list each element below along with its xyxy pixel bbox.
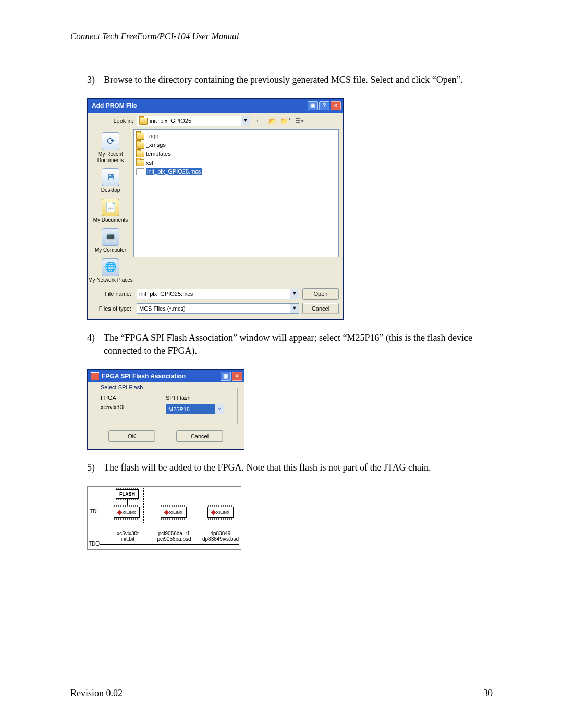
dialog-titlebar[interactable]: Add PROM File ▣ ? × [88, 99, 343, 113]
step-3: 3) Browse to the directory containing th… [87, 73, 493, 86]
chip1-name: xc5vlx30t [114, 530, 142, 536]
dialog-title: FPGA SPI Flash Association [102, 373, 219, 380]
mynet-icon: 🌐 [102, 258, 119, 276]
dialog-title: Add PROM File [92, 102, 307, 109]
file-list[interactable]: _ngo _xmsgs templates xst init_plx_GPIO2… [133, 129, 339, 257]
step-text: The flash will be added to the FPGA. Not… [104, 461, 493, 474]
step-number: 5) [87, 461, 104, 474]
folder-icon [136, 142, 144, 149]
xilinx-chip-1: XILINX [114, 507, 140, 518]
chip2-name: pci9056ba_r1 [155, 530, 193, 536]
tdi-label: TDI [90, 509, 98, 514]
close-icon[interactable]: × [331, 101, 341, 110]
open-button[interactable]: Open [302, 288, 339, 300]
xilinx-chip-2: XILINX [161, 507, 187, 518]
revision-label: Revision 0.02 [70, 688, 123, 699]
filetype-label: Files of type: [88, 305, 133, 312]
restore-icon[interactable]: ▣ [308, 101, 318, 110]
filetype-dropdown[interactable]: MCS Files (*.mcs) ▼ [137, 303, 299, 314]
step-4: 4) The “FPGA SPI Flash Association” wind… [87, 331, 493, 357]
tdo-label: TDO [89, 541, 100, 547]
places-sidebar: ⟳ My Recent Documents 🖥 Desktop 📄 My Doc… [88, 129, 133, 285]
step-5: 5) The flash will be added to the FPGA. … [87, 461, 493, 474]
page-header: Connect Tech FreeForm/PCI-104 User Manua… [70, 31, 493, 43]
xilinx-logo-icon [164, 510, 169, 515]
view-menu-icon[interactable]: ☰▾ [294, 116, 304, 126]
ok-button[interactable]: OK [108, 430, 155, 442]
chip2-file: pci9056ba.bsd [153, 536, 195, 542]
step-number: 3) [87, 73, 104, 86]
lookin-label: Look in: [88, 118, 137, 124]
chip3-file: dp83849ivs.bsd [200, 536, 241, 542]
help-icon[interactable]: ? [319, 101, 329, 110]
up-folder-icon[interactable]: 📂 [267, 116, 277, 126]
lookin-dropdown[interactable]: init_plx_GPIO25 ▼ [137, 116, 250, 126]
spi-selected-value: M25P16 [166, 404, 215, 414]
xilinx-logo-icon [211, 510, 216, 515]
desktop-icon: 🖥 [102, 168, 119, 186]
cancel-button[interactable]: Cancel [176, 430, 223, 442]
spi-header: SPI Flash [166, 394, 231, 401]
step-text: The “FPGA SPI Flash Association” window … [104, 331, 493, 357]
folder-icon [136, 151, 144, 157]
close-icon[interactable]: × [232, 372, 242, 381]
place-mynet[interactable]: 🌐 My Network Places [88, 258, 133, 283]
place-recent[interactable]: ⟳ My Recent Documents [88, 132, 133, 163]
list-item[interactable]: templates [136, 150, 336, 158]
lookin-value: init_plx_GPIO25 [150, 118, 191, 124]
add-prom-file-dialog: Add PROM File ▣ ? × Look in: init_plx_GP… [87, 98, 344, 320]
xilinx-chip-3: XILINX [207, 507, 234, 518]
folder-icon [136, 159, 144, 166]
restore-icon[interactable]: ▣ [221, 372, 231, 381]
mydocs-icon: 📄 [102, 199, 119, 216]
list-item[interactable]: xst [136, 158, 336, 167]
app-icon [91, 372, 99, 380]
filename-input[interactable]: init_plx_GPIO25.mcs ▼ [137, 289, 299, 299]
xilinx-logo-icon [117, 510, 122, 515]
folder-icon [139, 118, 148, 125]
dialog-titlebar[interactable]: FPGA SPI Flash Association ▣ × [88, 370, 244, 382]
back-icon[interactable]: ← [253, 116, 264, 126]
place-mydocs[interactable]: 📄 My Documents [93, 199, 128, 224]
list-item[interactable]: _xmsgs [136, 141, 336, 149]
page-number: 30 [483, 688, 493, 699]
select-spi-flash-group: Select SPI Flash FPGA xc5vlx30t SPI Flas… [94, 388, 238, 424]
recent-docs-icon: ⟳ [102, 132, 119, 150]
chevron-down-icon[interactable]: ▼ [290, 304, 299, 313]
jtag-chain-diagram: FLASH TDI TDO XILINX XILINX XILINX xc5vl… [87, 486, 241, 550]
flash-chip: FLASH [116, 489, 139, 499]
fpga-spi-dialog: FPGA SPI Flash Association ▣ × Select SP… [87, 369, 244, 450]
list-item[interactable]: _ngo [136, 132, 336, 140]
place-mycomp[interactable]: 💻 My Computer [95, 228, 126, 253]
fpga-header: FPGA [101, 394, 166, 401]
step-text: Browse to the directory containing the p… [104, 73, 493, 86]
chevron-down-icon[interactable]: v [215, 404, 224, 414]
spi-flash-dropdown[interactable]: M25P16 v [166, 404, 224, 414]
chevron-down-icon[interactable]: ▼ [241, 116, 250, 126]
file-icon [136, 168, 144, 175]
fpga-value: xc5vlx30t [101, 404, 166, 410]
mycomp-icon: 💻 [102, 228, 119, 246]
folder-icon [136, 133, 144, 140]
step-number: 4) [87, 331, 104, 357]
chip1-file: init.bit [114, 536, 142, 542]
chip3-name: dp83849i [205, 530, 237, 536]
chevron-down-icon[interactable]: ▼ [290, 289, 299, 299]
cancel-button[interactable]: Cancel [302, 303, 339, 314]
filename-label: File name: [88, 291, 133, 297]
group-legend: Select SPI Flash [99, 384, 145, 390]
list-item-selected[interactable]: init_plx_GPIO25.mcs [136, 167, 336, 176]
place-desktop[interactable]: 🖥 Desktop [101, 168, 120, 193]
new-folder-icon[interactable]: 📁* [280, 116, 291, 126]
